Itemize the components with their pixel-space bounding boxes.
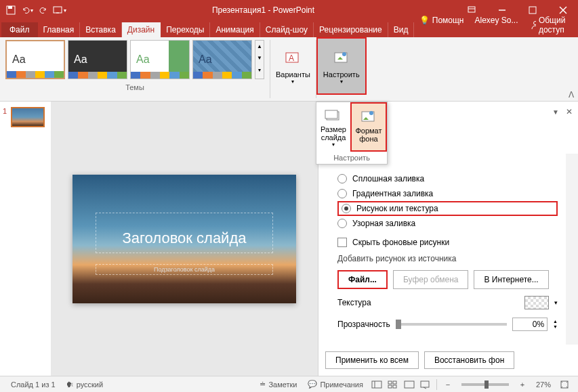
slide-size-button[interactable]: Размер слайда▾	[316, 102, 350, 152]
svg-rect-25	[405, 381, 414, 388]
sorter-view-button[interactable]	[385, 378, 401, 391]
tab-design[interactable]: Дизайн	[122, 22, 161, 37]
apply-all-button[interactable]: Применить ко всем	[325, 351, 419, 369]
reading-view-button[interactable]	[401, 378, 417, 391]
zoom-slider[interactable]	[461, 383, 509, 386]
tab-transitions[interactable]: Переходы	[161, 22, 210, 37]
radio-gradient-fill[interactable]: Градиентная заливка	[337, 186, 558, 201]
svg-point-18	[369, 111, 373, 115]
add-from-label: Добавить рисунок из источника	[327, 250, 558, 267]
pane-scrollbar[interactable]	[566, 154, 577, 262]
transparency-slider[interactable]	[396, 323, 507, 326]
fit-to-window-button[interactable]	[556, 378, 573, 391]
slide-size-icon	[324, 106, 343, 125]
slideshow-view-button[interactable]	[417, 378, 434, 391]
pane-close-button[interactable]: ✕	[566, 107, 573, 116]
theme-4[interactable]: Aa	[192, 40, 252, 79]
svg-rect-23	[388, 385, 392, 388]
notes-button[interactable]: ≐ Заметки	[254, 380, 302, 389]
file-button[interactable]: Файл...	[337, 270, 388, 289]
radio-pattern-fill[interactable]: Узорная заливка	[337, 216, 558, 231]
save-button[interactable]	[3, 2, 19, 18]
slide-canvas[interactable]: Заголовок слайда Подзаголовок слайда	[73, 175, 296, 303]
title-placeholder[interactable]: Заголовок слайда	[96, 213, 273, 253]
format-background-icon	[359, 108, 378, 127]
tab-file[interactable]: Файл	[1, 22, 38, 37]
comments-button[interactable]: 💬 Примечания	[302, 380, 369, 389]
user-account[interactable]: Alexey So...	[469, 13, 523, 37]
format-background-button[interactable]: Формат фона	[350, 102, 387, 152]
thumbnail-number: 1	[3, 107, 9, 127]
tab-home[interactable]: Главная	[38, 22, 81, 37]
popup-group-label: Настроить	[316, 152, 387, 164]
variants-button[interactable]: A Варианты ▾	[270, 37, 316, 95]
ribbon-collapse-button[interactable]: ᐱ	[569, 90, 574, 100]
svg-rect-1	[8, 6, 12, 9]
pane-options-button[interactable]: ▼	[552, 108, 559, 116]
transparency-down[interactable]: ▼	[553, 324, 558, 330]
help-button[interactable]: 💡 Помощн	[414, 13, 469, 37]
share-button[interactable]: Общий доступ	[524, 13, 578, 37]
texture-picker[interactable]	[524, 296, 549, 309]
tab-view[interactable]: Вид	[388, 22, 415, 37]
zoom-out-button[interactable]: −	[440, 378, 456, 391]
customize-dropdown: Размер слайда▾ Формат фона Настроить	[316, 102, 388, 165]
slide-thumbnail-panel: 1	[0, 102, 51, 376]
svg-rect-16	[325, 110, 337, 118]
svg-text:A: A	[289, 53, 294, 63]
theme-2[interactable]: Aa	[68, 40, 127, 79]
zoom-in-button[interactable]: +	[514, 378, 531, 391]
online-button[interactable]: В Интернете...	[474, 270, 548, 289]
theme-scroll-up[interactable]: ▲	[255, 41, 264, 55]
radio-picture-fill[interactable]: Рисунок или текстура	[337, 201, 558, 216]
themes-group-label: Темы	[5, 83, 264, 91]
window-title: Презентация1 - PowerPoint	[70, 5, 456, 15]
theme-3[interactable]: Aa	[130, 40, 190, 79]
theme-office[interactable]: Aa	[5, 40, 65, 79]
slideshow-start-button[interactable]: ▾	[51, 2, 68, 18]
svg-rect-4	[468, 7, 475, 12]
tab-review[interactable]: Рецензирование	[314, 22, 388, 37]
undo-button[interactable]: ▾	[19, 2, 35, 18]
radio-solid-fill[interactable]: Сплошная заливка	[337, 171, 558, 186]
customize-button[interactable]: Настроить ▾	[316, 37, 367, 95]
slide-thumbnail-1[interactable]	[11, 107, 45, 127]
theme-gallery-expand[interactable]: ▾	[255, 67, 264, 79]
texture-label: Текстура	[337, 298, 519, 307]
svg-rect-22	[393, 381, 396, 384]
slide-editor-area[interactable]: Заголовок слайда Подзаголовок слайда	[51, 102, 318, 376]
theme-scroll-down[interactable]: ▼	[255, 55, 264, 66]
svg-point-10	[533, 22, 536, 25]
redo-button[interactable]	[35, 2, 51, 18]
svg-rect-26	[421, 381, 429, 387]
tab-slideshow[interactable]: Слайд-шоу	[260, 22, 314, 37]
svg-rect-21	[388, 381, 392, 384]
svg-point-14	[342, 52, 346, 56]
normal-view-button[interactable]	[369, 378, 385, 391]
subtitle-placeholder[interactable]: Подзаголовок слайда	[96, 264, 273, 275]
language-button[interactable]: 🗣 русский	[61, 380, 108, 389]
svg-rect-2	[54, 7, 62, 13]
transparency-label: Прозрачность	[337, 320, 390, 329]
zoom-level[interactable]: 27%	[531, 380, 556, 389]
svg-rect-24	[393, 385, 396, 388]
slide-counter[interactable]: Слайд 1 из 1	[5, 380, 61, 389]
tab-animations[interactable]: Анимация	[210, 22, 260, 37]
transparency-up[interactable]: ▲	[553, 319, 558, 324]
tab-insert[interactable]: Вставка	[80, 22, 122, 37]
reset-background-button[interactable]: Восстановить фон	[424, 351, 514, 369]
variants-icon: A	[282, 47, 304, 69]
clipboard-button: Буфер обмена	[393, 270, 469, 289]
svg-rect-19	[372, 381, 381, 388]
checkbox-hide-bg[interactable]: Скрыть фоновые рисунки	[327, 235, 558, 250]
transparency-value[interactable]: 0%	[512, 318, 548, 331]
customize-icon	[331, 47, 352, 69]
